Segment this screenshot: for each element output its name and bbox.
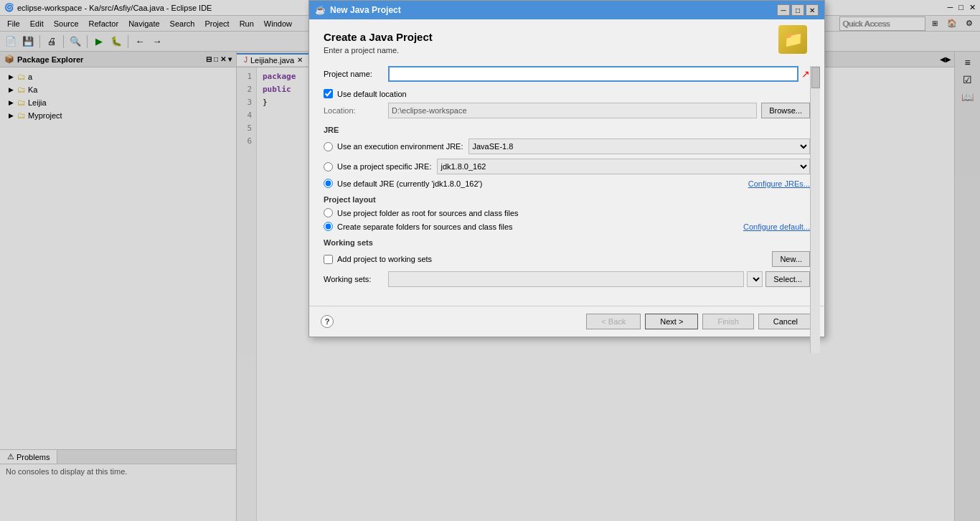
jre-env-radio[interactable] (324, 142, 333, 151)
add-working-sets-checkbox[interactable] (324, 255, 333, 264)
dialog-footer: ? < Back Next > Finish Cancel (309, 306, 824, 337)
layout-root-label: Use project folder as root for sources a… (337, 209, 519, 217)
cursor-arrow-indicator: ↗ (801, 68, 810, 80)
location-input (388, 103, 757, 118)
project-name-row: Project name: ↗ (324, 66, 810, 82)
use-default-location-checkbox[interactable] (324, 89, 333, 98)
jre-specific-radio[interactable] (324, 162, 333, 172)
dialog-titlebar-controls[interactable]: ─ □ ✕ (777, 4, 819, 16)
finish-button[interactable]: Finish (702, 314, 753, 329)
working-sets-row: Working sets: Select... (324, 271, 810, 287)
layout-separate-row: Create separate folders for sources and … (324, 222, 810, 231)
project-name-label: Project name: (324, 70, 388, 78)
select-working-set-button[interactable]: Select... (765, 271, 810, 287)
layout-root-row: Use project folder as root for sources a… (324, 208, 810, 217)
add-working-sets-row: Add project to working sets New... (324, 251, 810, 267)
jre-option-2-row: Use a project specific JRE: jdk1.8.0_162 (324, 159, 810, 174)
dialog-close[interactable]: ✕ (806, 4, 819, 16)
jre-section: Use an execution environment JRE: JavaSE… (324, 139, 810, 188)
use-default-location-row: Use default location (324, 89, 810, 98)
next-button[interactable]: Next > (645, 314, 698, 329)
jre-option-1-row: Use an execution environment JRE: JavaSE… (324, 139, 810, 154)
jre-default-label: Use default JRE (currently 'jdk1.8.0_162… (337, 179, 482, 188)
dialog-titlebar: ☕ New Java Project ─ □ ✕ (309, 1, 824, 19)
dialog-wizard-image: 📁 (778, 25, 814, 61)
dialog-icon: ☕ (315, 5, 326, 15)
add-working-sets-label: Add project to working sets (337, 255, 432, 263)
jre-default-radio[interactable] (324, 179, 333, 188)
dialog-maximize[interactable]: □ (791, 4, 804, 16)
dialog-header: Create a Java Project (324, 31, 810, 43)
jre-option-3-row: Use default JRE (currently 'jdk1.8.0_162… (324, 179, 810, 188)
layout-root-radio[interactable] (324, 208, 333, 217)
location-row: Location: Browse... (324, 103, 810, 118)
project-name-input[interactable] (388, 66, 798, 82)
use-default-location-label: Use default location (337, 90, 407, 98)
new-working-set-button[interactable]: New... (772, 251, 810, 267)
cancel-button[interactable]: Cancel (758, 314, 813, 329)
workingsets-section: Add project to working sets New... Worki… (324, 251, 810, 287)
layout-section: Use project folder as root for sources a… (324, 208, 810, 231)
new-java-project-dialog: ☕ New Java Project ─ □ ✕ 📁 Create a Java… (308, 0, 825, 337)
location-label: Location: (324, 106, 388, 115)
jre-env-label: Use an execution environment JRE: (337, 142, 463, 151)
working-sets-dropdown[interactable] (747, 271, 763, 287)
configure-jres-link[interactable]: Configure JREs... (748, 179, 810, 188)
working-sets-input (388, 271, 744, 287)
dialog-title: New Java Project (330, 5, 401, 15)
dialog-scrollbar-thumb[interactable] (811, 67, 820, 88)
jre-section-header: JRE (324, 126, 810, 134)
modal-overlay: ☕ New Java Project ─ □ ✕ 📁 Create a Java… (0, 0, 980, 521)
dialog-titlebar-title: ☕ New Java Project (315, 5, 777, 15)
jre-specific-label: Use a project specific JRE: (337, 162, 431, 171)
working-sets-label: Working sets: (324, 275, 388, 283)
configure-default-link[interactable]: Configure default... (743, 222, 810, 231)
browse-button[interactable]: Browse... (761, 103, 810, 118)
dialog-subheader: Enter a project name. (324, 46, 810, 55)
help-icon[interactable]: ? (321, 315, 334, 328)
project-layout-section-header: Project layout (324, 195, 810, 204)
dialog-scrollbar[interactable] (810, 66, 820, 353)
dialog-minimize[interactable]: ─ (777, 4, 790, 16)
working-sets-section-header: Working sets (324, 238, 810, 247)
jre-specific-dropdown[interactable]: jdk1.8.0_162 (437, 159, 810, 174)
back-button[interactable]: < Back (586, 314, 641, 329)
layout-separate-label: Create separate folders for sources and … (337, 222, 513, 231)
dialog-body: Create a Java Project Enter a project na… (309, 19, 824, 306)
layout-separate-radio[interactable] (324, 222, 333, 231)
jre-env-dropdown[interactable]: JavaSE-1.8 (468, 139, 810, 154)
